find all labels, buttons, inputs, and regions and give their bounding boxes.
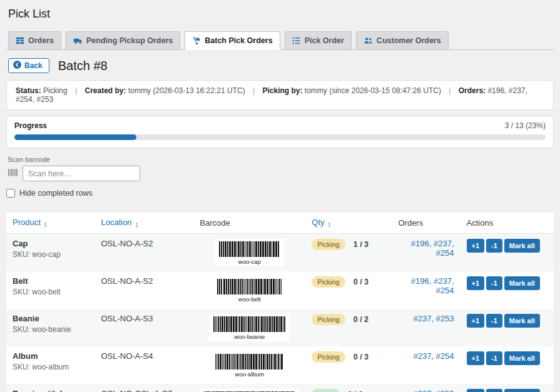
product-sku: SKU: woo-album xyxy=(13,363,88,371)
batch-header: Back Batch #8 xyxy=(6,58,554,73)
column-header-orders: Orders xyxy=(392,213,460,234)
qty-value: 1 / 3 xyxy=(354,240,369,249)
status-bar: Status: Picking | Created by: tommy (202… xyxy=(6,80,554,110)
table-row: BeanieSKU: woo-beanie OSL-NO-A-S3 woo-be… xyxy=(6,309,554,346)
barcode-icon xyxy=(8,168,18,179)
status-value: Picking xyxy=(43,86,68,95)
order-links[interactable]: #237, #254 xyxy=(413,351,454,361)
progress-bar xyxy=(14,134,546,140)
table-row: Beanie with LogoSKU: Woo-beanie-logo OSL… xyxy=(6,384,554,392)
progress-value: 3 / 13 (23%) xyxy=(505,121,546,130)
back-button[interactable]: Back xyxy=(8,58,49,73)
location-value: OSL-NO-A-S2 xyxy=(94,234,193,272)
barcode-label: woo-cap xyxy=(219,258,280,265)
pick-list-table: Product▲▼ Location▲▼ Barcode Qty▲▼ Order… xyxy=(6,213,554,392)
location-value: OSL-NO-OSL-A-S7 xyxy=(94,384,193,392)
truck-icon xyxy=(73,36,83,45)
batch-title: Batch #8 xyxy=(58,59,108,73)
progress-fill xyxy=(14,134,136,140)
back-icon xyxy=(13,61,21,71)
tab-orders[interactable]: Orders xyxy=(8,31,61,49)
back-label: Back xyxy=(24,61,43,70)
tab-bar: Orders Pending Pickup Orders Batch Pick … xyxy=(6,31,554,50)
picking-by-value: tommy (since 2026-03-15 08:47:26 UTC) xyxy=(305,86,441,95)
progress-label: Progress xyxy=(14,121,47,130)
table-row: CapSKU: woo-cap OSL-NO-A-S2 woo-cap Pick… xyxy=(6,234,554,272)
order-links[interactable]: #237, #253 xyxy=(413,389,454,392)
qty-value: 0 / 3 xyxy=(354,278,369,286)
mark-all-button[interactable]: Mark all xyxy=(504,389,540,392)
hide-completed-checkbox[interactable] xyxy=(6,189,15,198)
product-name: Album xyxy=(13,351,88,361)
barcode-label: woo-album xyxy=(215,371,283,378)
minus-one-button[interactable]: -1 xyxy=(486,314,502,328)
status-badge: Picking xyxy=(312,239,345,250)
tab-batch-pick-orders[interactable]: Batch Pick Orders xyxy=(185,31,280,50)
created-by-label: Created by: xyxy=(85,86,126,95)
minus-one-button[interactable]: -1 xyxy=(486,276,502,290)
tab-label: Orders xyxy=(28,36,54,45)
order-links[interactable]: #237, #253 xyxy=(413,314,454,323)
column-header-qty[interactable]: Qty▲▼ xyxy=(305,213,392,234)
ordered-list-icon xyxy=(292,36,301,45)
order-links[interactable]: #196, #237, #254 xyxy=(411,276,454,295)
plus-one-button[interactable]: +1 xyxy=(467,239,485,253)
minus-one-button[interactable]: -1 xyxy=(486,351,502,365)
product-sku: SKU: woo-cap xyxy=(13,250,88,259)
page: Pick List Orders Pending Pickup Orders B… xyxy=(0,0,560,392)
progress-card: Progress 3 / 13 (23%) xyxy=(6,116,554,148)
minus-one-button[interactable]: -1 xyxy=(486,239,502,253)
barcode-label: woo-beanie xyxy=(213,333,285,340)
hand-truck-icon xyxy=(192,36,201,45)
mark-all-button[interactable]: Mark all xyxy=(504,351,540,365)
product-sku: SKU: woo-belt xyxy=(13,288,88,296)
plus-one-button[interactable]: +1 xyxy=(467,314,485,328)
plus-one-button[interactable]: +1 xyxy=(467,351,485,365)
status-badge: Done xyxy=(312,389,339,392)
status-badge: Picking xyxy=(312,276,345,288)
qty-value: 0 / 2 xyxy=(354,315,369,324)
page-title: Pick List xyxy=(8,8,554,21)
tab-customer-orders[interactable]: Customer Orders xyxy=(356,31,449,49)
hide-completed-label: Hide completed rows xyxy=(19,189,93,198)
table-icon xyxy=(16,36,24,45)
barcode-image: woo-belt xyxy=(213,276,286,304)
status-label: Status: xyxy=(16,86,41,95)
barcode-image: Woo-beanie-logo xyxy=(200,389,299,392)
location-value: OSL-NO-A-S2 xyxy=(94,271,193,309)
location-value: OSL-NO-A-S4 xyxy=(94,346,193,384)
mark-all-button[interactable]: Mark all xyxy=(504,314,540,328)
column-header-location[interactable]: Location▲▼ xyxy=(94,213,193,234)
plus-one-button[interactable]: +1 xyxy=(467,276,485,290)
mark-all-button[interactable]: Mark all xyxy=(504,239,540,253)
product-name: Cap xyxy=(13,239,88,248)
table-row: AlbumSKU: woo-album OSL-NO-A-S4 woo-albu… xyxy=(6,346,554,384)
tab-label: Batch Pick Orders xyxy=(205,36,272,45)
barcode-image: woo-cap xyxy=(215,239,284,266)
table-header-row: Product▲▼ Location▲▼ Barcode Qty▲▼ Order… xyxy=(6,213,554,234)
tab-pending-pickup-orders[interactable]: Pending Pickup Orders xyxy=(66,31,180,49)
product-sku: SKU: woo-beanie xyxy=(13,325,88,334)
plus-one-button[interactable]: +1 xyxy=(467,389,485,392)
minus-one-button[interactable]: -1 xyxy=(486,389,502,392)
qty-value: 0 / 3 xyxy=(354,353,369,361)
barcode-image: woo-album xyxy=(211,351,288,379)
table-row: BeltSKU: woo-belt OSL-NO-A-S2 woo-belt P… xyxy=(6,271,554,309)
sort-icon: ▲▼ xyxy=(44,222,48,228)
barcode-image: woo-beanie xyxy=(209,314,290,341)
tab-pick-order[interactable]: Pick Order xyxy=(285,31,352,49)
tab-label: Customer Orders xyxy=(377,36,441,45)
scan-input[interactable] xyxy=(23,166,140,181)
product-name: Beanie xyxy=(13,314,88,323)
tab-label: Pick Order xyxy=(305,36,344,45)
column-header-actions: Actions xyxy=(461,213,554,234)
scan-label: Scan barcode xyxy=(8,156,554,163)
mark-all-button[interactable]: Mark all xyxy=(504,276,540,290)
column-header-product[interactable]: Product▲▼ xyxy=(6,213,94,234)
tab-label: Pending Pickup Orders xyxy=(86,36,173,45)
status-badge: Picking xyxy=(312,314,345,325)
barcode-label: woo-belt xyxy=(217,296,282,303)
separator: | xyxy=(247,86,260,95)
order-links[interactable]: #196, #237, #254 xyxy=(411,239,454,258)
users-icon xyxy=(364,36,373,45)
